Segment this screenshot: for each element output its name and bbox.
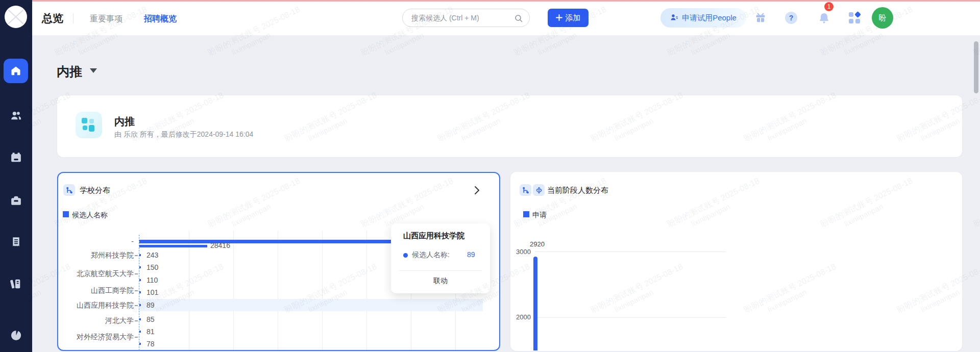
value-label: 85 [146, 314, 155, 324]
gridline [189, 231, 189, 350]
sidebar-item-report[interactable] [10, 236, 22, 248]
workspace-logo[interactable] [4, 5, 28, 29]
stage-bar[interactable] [533, 257, 537, 350]
user-avatar[interactable]: 盼 [872, 7, 893, 29]
pie-chart-icon [10, 329, 22, 342]
sidebar-item-briefcase[interactable] [10, 194, 22, 207]
dashboard-info-card [57, 95, 962, 157]
hover-highlight-band [139, 299, 483, 311]
axis-tick [135, 273, 138, 274]
flow-icon [66, 187, 73, 194]
trial-people-button[interactable]: 申请试用People [660, 8, 746, 28]
help-icon[interactable]: ? [785, 12, 797, 24]
page-title[interactable]: 内推 [57, 63, 82, 80]
dashboard-meta: 由 乐欣 所有，最后修改于2024-09-14 16:04 [114, 130, 253, 139]
gridline [535, 317, 726, 318]
search-input[interactable] [410, 13, 511, 22]
value-label: 110 [146, 275, 158, 285]
sidebar-item-analytics[interactable] [10, 329, 22, 342]
value-label: 28416 [210, 240, 230, 250]
dashboard-dropdown-caret[interactable] [90, 68, 97, 73]
sidebar-item-calendar[interactable] [10, 151, 22, 164]
notification-bell-icon[interactable] [818, 12, 830, 24]
tooltip-divider [399, 270, 482, 271]
dashboard-name: 内推 [114, 115, 135, 129]
nav-overview[interactable]: 总览 [42, 11, 63, 26]
sidebar-item-home[interactable] [4, 59, 28, 83]
gridline [535, 252, 726, 252]
value-label: 243 [146, 250, 158, 260]
value-label: 89 [146, 300, 155, 310]
nav-divider [73, 13, 74, 23]
bar-stub[interactable] [139, 266, 141, 268]
bar-value-label: 2920 [530, 240, 545, 248]
category-label: 郑州科技学院 [60, 250, 134, 260]
plus-icon [556, 14, 562, 22]
category-label: - [60, 236, 134, 246]
briefcase-icon [10, 194, 22, 207]
widget-type-icon [520, 184, 531, 196]
bar-stub[interactable] [139, 304, 141, 306]
stage-legend-label[interactable]: 申请 [532, 211, 547, 220]
vertical-scrollbar-thumb[interactable] [974, 41, 978, 93]
people-icon [10, 109, 22, 122]
expand-chevron-icon[interactable] [473, 185, 481, 197]
gift-icon[interactable] [754, 12, 767, 24]
stage-distribution-card[interactable] [510, 172, 962, 351]
bar-28416[interactable] [139, 245, 207, 247]
category-label: 河北大学 [60, 315, 134, 325]
axis-tick [135, 255, 138, 256]
gridline [278, 231, 278, 350]
axis-tick [135, 305, 138, 306]
environment-banner-strip [32, 0, 980, 2]
bar-stub[interactable] [139, 279, 141, 281]
gridline [233, 231, 234, 350]
bar-stub[interactable] [139, 318, 141, 320]
candidate-search[interactable] [402, 9, 530, 27]
report-icon [10, 236, 22, 248]
tooltip-value: 89 [467, 250, 475, 259]
sidebar [0, 0, 32, 352]
add-button[interactable]: 添加 [548, 9, 589, 27]
nav-important[interactable]: 重要事项 [90, 14, 122, 24]
calendar-icon [10, 151, 22, 164]
category-label: 对外经济贸易大学 [60, 332, 134, 342]
axis-tick [135, 290, 138, 291]
top-header: 总览 重要事项 招聘概览 添加 申请试用People ? 1 [32, 0, 980, 36]
person-badge-icon [670, 13, 678, 23]
school-chart-title: 学校分布 [80, 186, 110, 195]
add-button-label: 添加 [566, 13, 581, 23]
flow-icon [522, 187, 529, 194]
bar-stub[interactable] [139, 254, 141, 256]
category-label: 北京航空航天大学 [60, 268, 134, 279]
stage-legend-swatch[interactable] [523, 211, 529, 217]
bar-stub[interactable] [139, 331, 141, 333]
drill-icon [535, 187, 543, 194]
sidebar-item-people[interactable] [10, 109, 22, 122]
tooltip-link-action[interactable]: 联动 [391, 276, 490, 286]
apps-grid-icon[interactable] [849, 12, 860, 23]
dashboard-icon [76, 112, 102, 138]
nav-recruiting-overview[interactable]: 招聘概览 [144, 14, 177, 24]
tooltip-series-label: 候选人名称: [412, 250, 450, 260]
app-screen: 总览 重要事项 招聘概览 添加 申请试用People ? 1 [0, 0, 980, 352]
search-icon [514, 14, 523, 24]
tooltip-title: 山西应用科技学院 [403, 231, 464, 241]
sidebar-item-library[interactable] [10, 278, 22, 290]
series-dot-icon [403, 253, 408, 258]
axis-tick [135, 320, 138, 321]
gridline [322, 231, 323, 350]
value-label: 78 [146, 339, 155, 349]
school-legend-swatch[interactable] [63, 211, 69, 217]
axis-tick [135, 337, 138, 338]
category-label: 山西应用科技学院 [60, 300, 134, 310]
chart-tooltip: 山西应用科技学院 候选人名称: 89 联动 [391, 223, 490, 293]
category-label: 山西工商学院 [60, 285, 134, 295]
bar-stub[interactable] [139, 291, 141, 293]
value-label: 150 [146, 262, 158, 272]
y-axis-tick-label: 2000 [510, 313, 531, 321]
y-axis-tick-label: 3000 [510, 248, 531, 256]
school-legend-label[interactable]: 候选人名称 [72, 211, 108, 220]
bar-stub[interactable] [139, 343, 141, 345]
widget-type-icon [63, 184, 75, 196]
